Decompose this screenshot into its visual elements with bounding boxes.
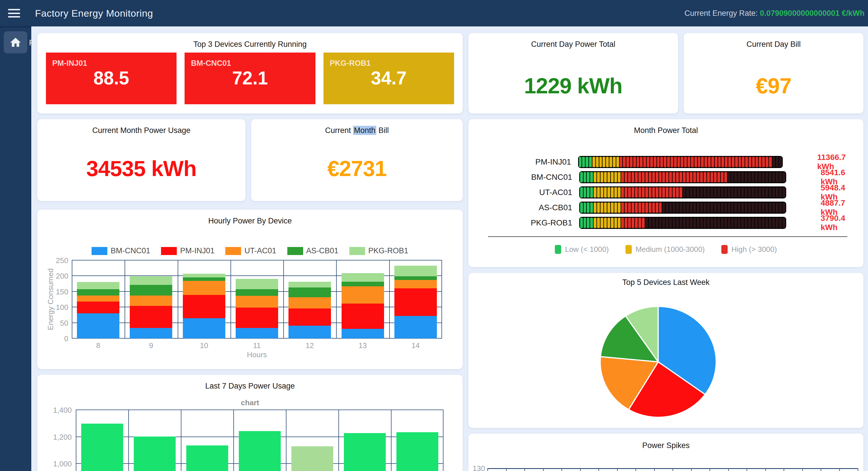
y-tick-label: 1,000 (48, 460, 72, 468)
bar-segment-AS-CB01 (288, 288, 331, 297)
bar-segment (594, 218, 596, 228)
bar-segment (700, 187, 703, 198)
bar-segment (704, 172, 706, 182)
card-title: Current Month Bill (251, 126, 463, 135)
segmented-usage-bar (579, 171, 786, 183)
bar-segment-AS-CB01 (130, 285, 172, 296)
bar-segment (604, 203, 607, 213)
chart-subtitle: chart (37, 398, 463, 407)
day-bar (81, 423, 123, 471)
bar-segment (606, 157, 609, 167)
hamburger-menu-icon[interactable] (8, 9, 20, 18)
bar-segment (769, 187, 772, 198)
segmented-usage-bar (579, 186, 786, 199)
spikes-y-tick: 130 (468, 464, 485, 471)
bar-segment (631, 187, 634, 198)
gridline (441, 260, 442, 338)
bar-segment-BM-CNC01 (183, 318, 225, 338)
bar-segment (751, 203, 754, 213)
bar-segment (609, 157, 612, 167)
axis-tick (839, 468, 840, 471)
bar-segment (667, 157, 670, 167)
bar-segment (686, 218, 689, 228)
axis-tick (561, 468, 562, 471)
bar-segment (698, 157, 701, 167)
bar-segment (584, 172, 586, 182)
bar-segment (676, 203, 679, 213)
bar-segment (721, 203, 724, 213)
bar-segment (717, 187, 720, 198)
bar-segment (647, 157, 650, 167)
bar-segment-AS-CB01 (183, 277, 225, 281)
bar-segment-UT-AC01 (394, 280, 437, 288)
legend-swatch (92, 247, 107, 255)
bar-segment (659, 218, 662, 228)
device-label: PKG-ROB1 (468, 218, 579, 228)
x-tick-label: 8 (72, 341, 125, 350)
legend-item: Medium (1000-3000) (625, 245, 705, 254)
bar-segment (594, 172, 596, 182)
device-tile-value: 72.1 (185, 67, 315, 89)
bar-segment (776, 218, 778, 228)
bar-segment (741, 172, 744, 182)
bar-segment-UT-AC01 (77, 296, 119, 301)
card-title: Current Day Power Total (468, 40, 678, 49)
day-bar (239, 431, 281, 471)
bar-segment (693, 203, 696, 213)
x-tick-label: 10 (178, 341, 230, 350)
bar-segment (704, 218, 706, 228)
bar-segment-BM-CNC01 (236, 328, 278, 338)
bar-segment (580, 187, 583, 198)
bar-segment-BM-CNC01 (77, 313, 119, 338)
bar-segment (776, 187, 778, 198)
bar-segment (642, 172, 645, 182)
bar-segment-PKG-ROB1 (183, 274, 225, 277)
bar-segment (616, 157, 619, 167)
bar-segment (631, 172, 634, 182)
bar-segment (772, 218, 775, 228)
bar-segment (710, 203, 713, 213)
bar-segment (649, 218, 652, 228)
bar-segment (711, 157, 714, 167)
bar-segment (611, 187, 614, 198)
bar-segment (779, 218, 782, 228)
bar-segment (782, 187, 785, 198)
bar-segment (776, 172, 778, 182)
x-axis-title: Hours (72, 350, 442, 359)
bar-segment (734, 218, 737, 228)
main-content[interactable]: Top 3 Devices Currently Running PM-INJ01… (31, 26, 868, 471)
bar-segment (704, 157, 707, 167)
axis-tick (820, 468, 821, 471)
bar-segment-AS-CB01 (77, 289, 119, 296)
x-tick-label: 9 (125, 341, 177, 350)
bar-segment (659, 203, 662, 213)
segmented-usage-bar (578, 156, 783, 168)
device-tile-value: 34.7 (323, 67, 454, 89)
bar-segment (731, 172, 734, 182)
bar-segment (635, 172, 638, 182)
bar-segment (738, 218, 741, 228)
bar-segment (769, 218, 772, 228)
bar-segment-AS-CB01 (236, 289, 278, 296)
sidebar-home-button[interactable] (4, 31, 27, 53)
title-word: Current (325, 126, 351, 135)
y-tick-label: 100 (44, 303, 68, 312)
gridline (336, 260, 337, 338)
bar-segment (732, 157, 735, 167)
bar-segment (592, 157, 595, 167)
stacked-bar (342, 273, 384, 338)
bar-segment-PKG-ROB1 (236, 279, 278, 289)
bar-segment (772, 157, 775, 167)
bar-segment (599, 157, 602, 167)
bar-segment (582, 157, 585, 167)
device-usage-row: UT-AC015948.4 kWh (468, 185, 863, 200)
bar-segment (758, 157, 762, 167)
bar-segment (635, 187, 638, 198)
gridline (125, 260, 125, 338)
x-tick-label: 11 (230, 341, 283, 350)
bar-segment-PKG-ROB1 (130, 276, 172, 285)
bar-segment (662, 203, 665, 213)
legend-label: UT-AC01 (244, 246, 276, 255)
bar-segment (645, 203, 648, 213)
bar-segment (731, 203, 734, 213)
